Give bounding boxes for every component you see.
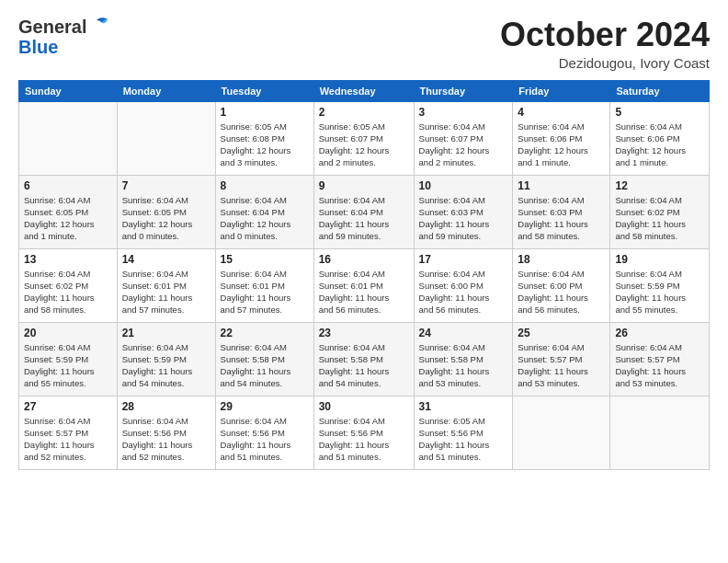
day-info: Sunrise: 6:04 AM Sunset: 6:02 PM Dayligh… <box>24 268 112 316</box>
calendar-cell: 25Sunrise: 6:04 AM Sunset: 5:57 PM Dayli… <box>513 322 610 396</box>
day-info: Sunrise: 6:04 AM Sunset: 6:03 PM Dayligh… <box>518 194 605 243</box>
calendar-cell: 24Sunrise: 6:04 AM Sunset: 5:58 PM Dayli… <box>414 322 513 396</box>
weekday-header-wednesday: Wednesday <box>313 80 414 101</box>
calendar-cell: 31Sunrise: 6:05 AM Sunset: 5:56 PM Dayli… <box>414 396 513 469</box>
day-number: 16 <box>319 253 409 266</box>
day-number: 12 <box>615 179 704 192</box>
day-info: Sunrise: 6:04 AM Sunset: 6:01 PM Dayligh… <box>319 268 409 316</box>
weekday-header-friday: Friday <box>513 80 610 101</box>
day-info: Sunrise: 6:04 AM Sunset: 5:56 PM Dayligh… <box>319 415 409 464</box>
calendar-cell: 4Sunrise: 6:04 AM Sunset: 6:06 PM Daylig… <box>513 101 610 175</box>
day-info: Sunrise: 6:04 AM Sunset: 6:05 PM Dayligh… <box>24 194 112 243</box>
day-number: 6 <box>24 179 112 192</box>
calendar-cell: 6Sunrise: 6:04 AM Sunset: 6:05 PM Daylig… <box>19 175 118 248</box>
title-area: October 2024 Dezidougou, Ivory Coast <box>500 17 710 71</box>
weekday-header-sunday: Sunday <box>19 80 118 101</box>
day-number: 17 <box>419 253 508 266</box>
day-number: 10 <box>419 179 508 192</box>
calendar-cell <box>610 396 710 469</box>
day-info: Sunrise: 6:04 AM Sunset: 5:58 PM Dayligh… <box>221 341 309 390</box>
calendar-cell: 26Sunrise: 6:04 AM Sunset: 5:57 PM Dayli… <box>610 322 710 396</box>
day-info: Sunrise: 6:04 AM Sunset: 6:00 PM Dayligh… <box>518 268 605 316</box>
calendar-week-1: 1Sunrise: 6:05 AM Sunset: 6:08 PM Daylig… <box>19 101 710 175</box>
calendar-week-5: 27Sunrise: 6:04 AM Sunset: 5:57 PM Dayli… <box>19 396 710 469</box>
day-number: 28 <box>122 400 210 413</box>
day-info: Sunrise: 6:04 AM Sunset: 5:58 PM Dayligh… <box>319 341 409 390</box>
logo-line1: General <box>18 17 109 37</box>
weekday-header-monday: Monday <box>117 80 215 101</box>
calendar-week-3: 13Sunrise: 6:04 AM Sunset: 6:02 PM Dayli… <box>19 248 710 322</box>
weekday-header-thursday: Thursday <box>414 80 513 101</box>
calendar-cell: 15Sunrise: 6:04 AM Sunset: 6:01 PM Dayli… <box>215 248 313 322</box>
location: Dezidougou, Ivory Coast <box>500 55 710 71</box>
day-number: 5 <box>615 106 704 119</box>
calendar-cell: 1Sunrise: 6:05 AM Sunset: 6:08 PM Daylig… <box>215 101 313 175</box>
calendar-cell: 5Sunrise: 6:04 AM Sunset: 6:06 PM Daylig… <box>610 101 710 175</box>
day-number: 21 <box>122 327 210 339</box>
calendar-cell: 28Sunrise: 6:04 AM Sunset: 5:56 PM Dayli… <box>117 396 215 469</box>
day-number: 9 <box>319 179 409 192</box>
day-number: 30 <box>319 400 409 413</box>
calendar-week-2: 6Sunrise: 6:04 AM Sunset: 6:05 PM Daylig… <box>19 175 710 248</box>
day-number: 7 <box>122 179 210 192</box>
day-info: Sunrise: 6:04 AM Sunset: 5:57 PM Dayligh… <box>24 415 112 464</box>
day-info: Sunrise: 6:04 AM Sunset: 5:56 PM Dayligh… <box>221 415 309 464</box>
calendar-cell: 12Sunrise: 6:04 AM Sunset: 6:02 PM Dayli… <box>610 175 710 248</box>
day-number: 27 <box>24 400 112 413</box>
day-info: Sunrise: 6:04 AM Sunset: 6:07 PM Dayligh… <box>419 121 508 169</box>
calendar-cell: 19Sunrise: 6:04 AM Sunset: 5:59 PM Dayli… <box>610 248 710 322</box>
day-info: Sunrise: 6:04 AM Sunset: 5:57 PM Dayligh… <box>518 341 605 390</box>
day-info: Sunrise: 6:04 AM Sunset: 6:06 PM Dayligh… <box>518 121 605 169</box>
calendar-cell: 29Sunrise: 6:04 AM Sunset: 5:56 PM Dayli… <box>215 396 313 469</box>
day-info: Sunrise: 6:04 AM Sunset: 5:59 PM Dayligh… <box>24 341 112 390</box>
calendar-cell <box>117 101 215 175</box>
logo: General Blue <box>18 17 109 57</box>
calendar-cell: 10Sunrise: 6:04 AM Sunset: 6:03 PM Dayli… <box>414 175 513 248</box>
logo-bird-icon <box>89 17 109 35</box>
calendar-cell: 8Sunrise: 6:04 AM Sunset: 6:04 PM Daylig… <box>215 175 313 248</box>
day-number: 4 <box>518 106 605 119</box>
logo-general-text: General <box>18 17 86 37</box>
page: General Blue October 2024 Dezidougou, Iv… <box>0 0 728 479</box>
day-info: Sunrise: 6:04 AM Sunset: 6:04 PM Dayligh… <box>319 194 409 243</box>
calendar-cell: 17Sunrise: 6:04 AM Sunset: 6:00 PM Dayli… <box>414 248 513 322</box>
day-info: Sunrise: 6:04 AM Sunset: 5:59 PM Dayligh… <box>122 341 210 390</box>
calendar-cell: 18Sunrise: 6:04 AM Sunset: 6:00 PM Dayli… <box>513 248 610 322</box>
day-number: 25 <box>518 327 605 339</box>
calendar-cell <box>19 101 118 175</box>
day-number: 14 <box>122 253 210 266</box>
calendar-cell: 22Sunrise: 6:04 AM Sunset: 5:58 PM Dayli… <box>215 322 313 396</box>
calendar-cell: 9Sunrise: 6:04 AM Sunset: 6:04 PM Daylig… <box>313 175 414 248</box>
day-number: 26 <box>615 327 704 339</box>
calendar-table: SundayMondayTuesdayWednesdayThursdayFrid… <box>18 80 710 470</box>
day-info: Sunrise: 6:05 AM Sunset: 6:07 PM Dayligh… <box>319 121 409 169</box>
calendar-cell: 23Sunrise: 6:04 AM Sunset: 5:58 PM Dayli… <box>313 322 414 396</box>
calendar-cell: 16Sunrise: 6:04 AM Sunset: 6:01 PM Dayli… <box>313 248 414 322</box>
weekday-header-tuesday: Tuesday <box>215 80 313 101</box>
day-number: 29 <box>221 400 309 413</box>
calendar-cell <box>513 396 610 469</box>
day-info: Sunrise: 6:04 AM Sunset: 5:57 PM Dayligh… <box>615 341 704 390</box>
calendar-cell: 7Sunrise: 6:04 AM Sunset: 6:05 PM Daylig… <box>117 175 215 248</box>
day-info: Sunrise: 6:04 AM Sunset: 5:59 PM Dayligh… <box>615 268 704 316</box>
day-info: Sunrise: 6:04 AM Sunset: 5:58 PM Dayligh… <box>419 341 508 390</box>
month-title: October 2024 <box>500 17 710 53</box>
calendar-week-4: 20Sunrise: 6:04 AM Sunset: 5:59 PM Dayli… <box>19 322 710 396</box>
calendar-cell: 21Sunrise: 6:04 AM Sunset: 5:59 PM Dayli… <box>117 322 215 396</box>
logo-line2: Blue <box>18 37 109 57</box>
day-number: 13 <box>24 253 112 266</box>
day-info: Sunrise: 6:04 AM Sunset: 6:01 PM Dayligh… <box>221 268 309 316</box>
day-number: 20 <box>24 327 112 339</box>
day-info: Sunrise: 6:04 AM Sunset: 6:05 PM Dayligh… <box>122 194 210 243</box>
day-info: Sunrise: 6:04 AM Sunset: 6:03 PM Dayligh… <box>419 194 508 243</box>
calendar-cell: 20Sunrise: 6:04 AM Sunset: 5:59 PM Dayli… <box>19 322 118 396</box>
calendar-cell: 2Sunrise: 6:05 AM Sunset: 6:07 PM Daylig… <box>313 101 414 175</box>
day-number: 19 <box>615 253 704 266</box>
calendar-cell: 13Sunrise: 6:04 AM Sunset: 6:02 PM Dayli… <box>19 248 118 322</box>
day-info: Sunrise: 6:04 AM Sunset: 6:06 PM Dayligh… <box>615 121 704 169</box>
header: General Blue October 2024 Dezidougou, Iv… <box>18 17 710 71</box>
weekday-header-saturday: Saturday <box>610 80 710 101</box>
calendar-cell: 11Sunrise: 6:04 AM Sunset: 6:03 PM Dayli… <box>513 175 610 248</box>
day-number: 3 <box>419 106 508 119</box>
day-info: Sunrise: 6:05 AM Sunset: 6:08 PM Dayligh… <box>221 121 309 169</box>
